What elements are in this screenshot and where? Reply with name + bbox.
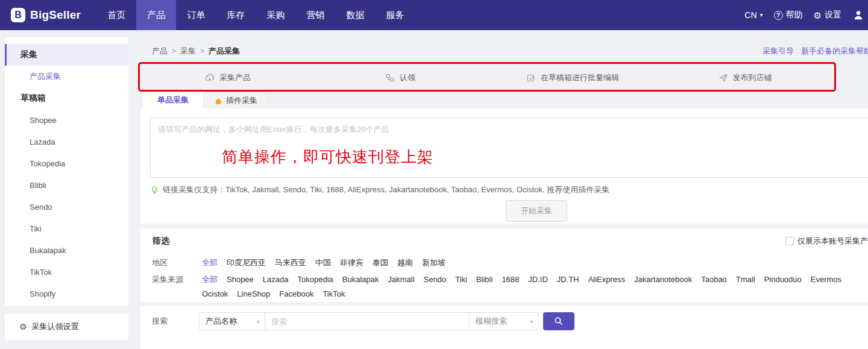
source-option[interactable]: Tiki: [455, 273, 467, 286]
source-option[interactable]: Jakmall: [388, 273, 414, 286]
source-option[interactable]: JD.TH: [557, 273, 579, 286]
gear-icon: ⚙: [19, 322, 27, 331]
region-option[interactable]: 菲律宾: [340, 256, 363, 269]
tab-single-collect[interactable]: 单品采集: [143, 92, 203, 108]
breadcrumb-products[interactable]: 产品: [152, 46, 168, 57]
breadcrumb-collect[interactable]: 采集: [180, 46, 196, 57]
search-input[interactable]: [265, 312, 470, 330]
source-label: 采集来源: [152, 273, 202, 301]
filter-panel: 筛选 仅展示本账号采集产品 地区 全部 印度尼西亚 马来西亚 中国 菲律宾 泰国…: [140, 228, 868, 302]
sidebar-item-blibli[interactable]: Blibli: [5, 174, 128, 196]
source-option[interactable]: Evermos: [811, 273, 841, 286]
tab-plugin-collect[interactable]: 插件采集: [203, 92, 268, 108]
source-option[interactable]: LineShop: [237, 288, 270, 301]
nav-item-purchase[interactable]: 采购: [256, 0, 295, 30]
source-option[interactable]: 1688: [502, 273, 519, 286]
sidebar-item-lazada[interactable]: Lazada: [5, 131, 128, 152]
region-option[interactable]: 泰国: [373, 256, 388, 269]
sidebar-item-tiki[interactable]: Tiki: [5, 218, 128, 239]
source-option[interactable]: Sendo: [424, 273, 447, 286]
source-option[interactable]: Blibli: [476, 273, 492, 286]
source-option[interactable]: Lazada: [263, 273, 289, 286]
source-option[interactable]: Bukalapak: [342, 273, 379, 286]
source-option[interactable]: Taobao: [701, 273, 727, 286]
send-icon: [719, 73, 728, 83]
edit-icon: [526, 73, 536, 83]
settings-button[interactable]: ⚙ 设置: [814, 10, 841, 20]
language-selector[interactable]: CN ▾: [744, 10, 763, 20]
source-option[interactable]: Shopee: [227, 273, 254, 286]
start-collect-button[interactable]: 开始采集: [506, 200, 567, 222]
region-option[interactable]: 中国: [315, 256, 331, 269]
claim-icon: [385, 73, 395, 83]
sidebar-item-collect[interactable]: 采集: [5, 44, 128, 66]
language-code: CN: [744, 10, 756, 20]
nav-item-data[interactable]: 数据: [335, 0, 375, 30]
collect-panel: 链接采集仅支持：TikTok, Jakmall, Sendo, Tiki, 16…: [140, 108, 868, 224]
search-icon: [554, 316, 564, 326]
sidebar-item-product-collect[interactable]: 产品采集: [5, 66, 128, 87]
user-avatar[interactable]: [852, 9, 864, 21]
only-account-checkbox[interactable]: 仅展示本账号采集产品: [785, 236, 868, 247]
nav-item-inventory[interactable]: 库存: [216, 0, 256, 30]
source-option[interactable]: 全部: [202, 273, 218, 286]
chevron-down-icon: ▾: [530, 318, 533, 325]
step-label: 认领: [400, 72, 415, 83]
sidebar-item-shopee[interactable]: Shopee: [5, 109, 128, 131]
sidebar-menu: 采集 产品采集 草稿箱 Shopee Lazada Tokopedia Blib…: [5, 37, 128, 306]
source-option[interactable]: Tokopedia: [297, 273, 333, 286]
region-option[interactable]: 马来西亚: [275, 256, 306, 269]
search-label: 搜索: [152, 316, 199, 327]
step-claim: 认领: [315, 66, 485, 89]
nav-item-services[interactable]: 服务: [375, 0, 415, 30]
brand-logo[interactable]: B BigSeller: [11, 8, 81, 22]
product-url-textarea[interactable]: [150, 118, 868, 178]
gear-icon: ⚙: [814, 11, 822, 20]
newbie-help-link[interactable]: 新手必备的采集帮助: [801, 46, 868, 57]
source-option[interactable]: Jakartanotebook: [634, 273, 692, 286]
lightbulb-icon: [150, 186, 159, 195]
collect-claim-settings[interactable]: ⚙ 采集认领设置: [5, 313, 128, 340]
collect-guide-link[interactable]: 采集引导: [763, 46, 794, 57]
help-button[interactable]: ? 帮助: [774, 10, 803, 20]
nav-item-marketing[interactable]: 营销: [295, 0, 335, 30]
bigseller-logo-icon: B: [11, 8, 25, 22]
region-option[interactable]: 越南: [397, 256, 413, 269]
search-mode-select[interactable]: 模糊搜索 ▾: [469, 312, 538, 330]
nav-item-orders[interactable]: 订单: [176, 0, 216, 30]
source-option[interactable]: JD.ID: [528, 273, 548, 286]
sidebar-item-shopify[interactable]: Shopify: [5, 283, 128, 304]
workflow-steps: 采集产品 认领 在草稿箱进行批量编辑 发布到店铺: [143, 66, 830, 89]
nav-item-products[interactable]: 产品: [136, 0, 176, 30]
source-option[interactable]: Facebook: [279, 288, 313, 301]
region-options: 全部 印度尼西亚 马来西亚 中国 菲律宾 泰国 越南 新加坡: [202, 256, 868, 269]
step-publish: 发布到店铺: [660, 66, 830, 89]
breadcrumb-separator: >: [172, 47, 176, 55]
source-option[interactable]: AliExpress: [588, 273, 625, 286]
search-field-select[interactable]: 产品名称 ▾: [199, 312, 265, 330]
tab-label: 单品采集: [157, 95, 189, 105]
sidebar-item-tiktok[interactable]: TikTok: [5, 261, 128, 283]
source-option[interactable]: Ocistok: [202, 288, 228, 301]
sidebar-item-tokopedia[interactable]: Tokopedia: [5, 152, 128, 174]
search-button[interactable]: [543, 312, 574, 330]
nav-item-home[interactable]: 首页: [96, 0, 136, 30]
source-option[interactable]: Tmall: [736, 273, 755, 286]
tip-text: 链接采集仅支持：TikTok, Jakmall, Sendo, Tiki, 16…: [163, 184, 609, 195]
region-option[interactable]: 印度尼西亚: [227, 256, 266, 269]
source-option[interactable]: Pinduoduo: [764, 273, 802, 286]
main-nav: 首页 产品 订单 库存 采购 营销 数据 服务: [96, 0, 415, 30]
step-label: 发布到店铺: [733, 72, 772, 83]
sidebar-item-bukalapak[interactable]: Bukalapak: [5, 239, 128, 261]
collect-support-tip: 链接采集仅支持：TikTok, Jakmall, Sendo, Tiki, 16…: [150, 184, 609, 195]
claim-settings-label: 采集认领设置: [32, 321, 79, 332]
sidebar-section-draftbox[interactable]: 草稿箱: [5, 87, 128, 109]
top-navbar: B BigSeller 首页 产品 订单 库存 采购 营销 数据 服务 CN ▾…: [0, 0, 868, 30]
help-label: 帮助: [786, 10, 803, 20]
step-label: 采集产品: [219, 72, 251, 83]
region-option[interactable]: 全部: [202, 256, 218, 269]
source-option[interactable]: TikTok: [322, 288, 345, 301]
sidebar-item-sendo[interactable]: Sendo: [5, 196, 128, 218]
question-circle-icon: ?: [774, 11, 783, 20]
region-option[interactable]: 新加坡: [422, 256, 445, 269]
